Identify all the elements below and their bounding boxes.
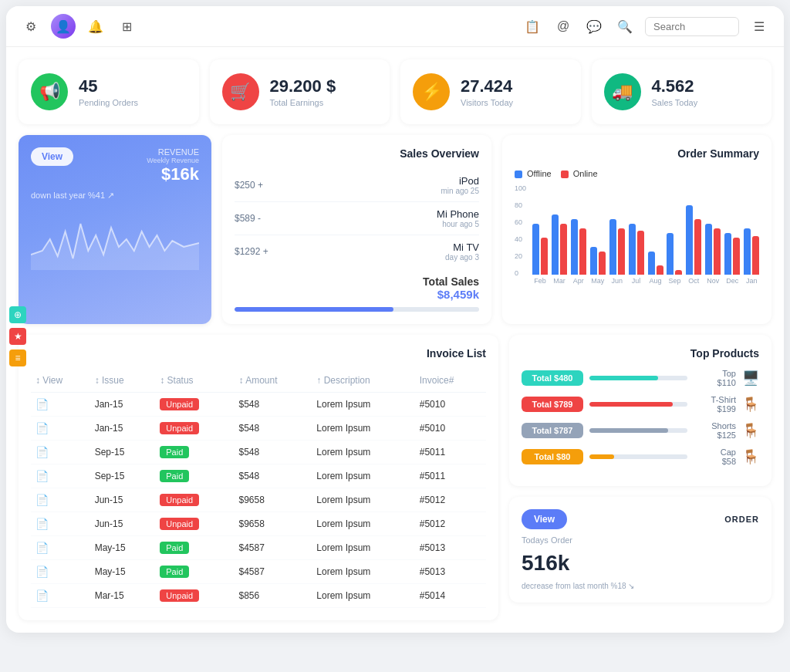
row-amount: $548 xyxy=(234,393,312,417)
revenue-view-button[interactable]: View xyxy=(31,147,73,166)
row-description: Lorem Ipsum xyxy=(312,488,414,512)
mention-icon[interactable]: @ xyxy=(552,15,574,37)
bar-group xyxy=(686,205,701,275)
y-label-60: 60 xyxy=(515,218,526,226)
invoice-title: Invoice List xyxy=(31,347,486,360)
product-badge-1: Total $789 xyxy=(522,397,583,412)
sales-item-0: $250 + iPod min ago 25 xyxy=(235,169,479,202)
legend-offline-dot xyxy=(515,171,522,178)
sales-price-0: $250 + xyxy=(235,180,263,191)
product-bar-1 xyxy=(589,402,673,407)
legend-online-dot xyxy=(561,171,569,178)
row-amount: $548 xyxy=(234,441,312,464)
total-sales-label: Total Sales xyxy=(235,275,479,288)
search-icon[interactable]: 🔍 xyxy=(614,15,636,37)
total-sales: Total Sales $8,459k xyxy=(235,275,479,312)
table-row: 📄 May-15 Paid $4587 Lorem Ipsum #5013 xyxy=(31,560,486,584)
product-bar-container-0 xyxy=(589,376,687,380)
order-trend: decrease from last month %18 ↘ xyxy=(522,582,759,590)
bars-container xyxy=(532,184,759,275)
sales-name-0: iPod xyxy=(441,175,479,187)
avatar[interactable]: 👤 xyxy=(51,14,76,39)
bar-red xyxy=(637,231,644,275)
row-doc-icon: 📄 xyxy=(31,536,90,560)
visitors-today-info: 27.424 Visitors Today xyxy=(461,76,513,107)
row-amount: $4587 xyxy=(234,560,312,584)
bar-chart: 100 80 60 40 20 0 FebMarAprMayJunJulAugS… xyxy=(515,184,759,285)
settings-icon[interactable]: ⚙ xyxy=(20,15,42,37)
row-status: Unpaid xyxy=(155,488,234,512)
row-issue: May-15 xyxy=(90,536,156,560)
row-status: Unpaid xyxy=(155,584,234,608)
pending-orders-icon: 📢 xyxy=(31,73,68,110)
row-invoice: #5011 xyxy=(415,441,486,464)
row-description: Lorem Ipsum xyxy=(312,417,414,441)
search-input[interactable] xyxy=(653,21,731,32)
product-item-2: Total $787 Shorts$125 🪑 xyxy=(522,421,759,440)
sales-time-1: hour ago 5 xyxy=(437,220,479,228)
bar-blue xyxy=(629,224,636,275)
row-doc-icon: 📄 xyxy=(31,560,90,584)
table-row: 📄 Sep-15 Paid $548 Lorem Ipsum #5011 xyxy=(31,441,486,464)
product-item-3: Total $80 Cap$58 🪑 xyxy=(522,447,759,466)
bar-blue xyxy=(667,233,674,275)
main-content: 📢 45 Pending Orders 🛒 29.200 $ Total Ear… xyxy=(6,47,784,633)
row-issue: Mar-15 xyxy=(90,584,156,608)
notification-icon[interactable]: 🔔 xyxy=(85,15,106,37)
product-bar-0 xyxy=(589,376,658,380)
legend-online: Online xyxy=(561,169,598,178)
side-icon-menu[interactable]: ≡ xyxy=(9,350,26,366)
total-sales-progress xyxy=(235,307,479,312)
row-amount: $548 xyxy=(234,417,312,441)
clipboard-icon[interactable]: 📋 xyxy=(522,15,543,37)
row-status: Unpaid xyxy=(155,512,234,536)
invoice-table: ↕ View ↕ Issue ↕ Status ↕ Amount ↑ Descr… xyxy=(31,369,486,608)
order-sub-label: Todays Order xyxy=(522,535,759,545)
row-description: Lorem Ipsum xyxy=(312,512,414,536)
bar-group xyxy=(705,224,721,275)
row-description: Lorem Ipsum xyxy=(312,584,414,608)
side-icon-star[interactable]: ★ xyxy=(9,328,26,345)
product-icon-0: 🖥️ xyxy=(742,370,759,387)
table-row: 📄 Sep-15 Paid $548 Lorem Ipsum #5011 xyxy=(31,464,486,488)
side-icon-add[interactable]: ⊕ xyxy=(9,306,26,323)
row-issue: Jan-15 xyxy=(90,417,156,441)
sales-item-1: $589 - Mi Phone hour ago 5 xyxy=(235,202,479,235)
bar-blue xyxy=(609,219,616,275)
revenue-trend: down last year %41 ↗ xyxy=(31,191,199,201)
bar-label-Jun: Jun xyxy=(609,277,625,285)
bar-group xyxy=(629,224,644,275)
bars-area: FebMarAprMayJunJulAugSepOctNovDecJan xyxy=(532,184,759,285)
visitors-today-value: 27.424 xyxy=(461,76,513,96)
menu-icon[interactable]: ☰ xyxy=(748,15,770,37)
product-badge-3: Total $80 xyxy=(522,449,583,464)
bar-label-Nov: Nov xyxy=(705,277,721,285)
row-doc-icon: 📄 xyxy=(31,464,90,488)
row-doc-icon: 📄 xyxy=(31,584,90,608)
chat-icon[interactable]: 💬 xyxy=(583,15,605,37)
header-right: 📋 @ 💬 🔍 ☰ xyxy=(522,15,770,37)
row-invoice: #5012 xyxy=(415,512,486,536)
sales-name-1: Mi Phone xyxy=(437,208,479,220)
y-axis: 100 80 60 40 20 0 xyxy=(515,184,529,277)
product-bar-container-3 xyxy=(589,454,687,459)
bar-red xyxy=(694,219,701,275)
product-name-3: Cap$58 xyxy=(694,447,736,466)
row-amount: $9658 xyxy=(234,488,312,512)
bar-label-Apr: Apr xyxy=(571,277,586,285)
top-products-title: Top Products xyxy=(522,347,759,360)
bar-group xyxy=(532,224,548,275)
row-status: Paid xyxy=(155,464,234,488)
expand-icon[interactable]: ⊞ xyxy=(116,15,137,37)
sales-price-2: $1292 + xyxy=(235,246,268,257)
bar-red xyxy=(560,224,567,275)
order-view-button[interactable]: View xyxy=(522,509,567,529)
visitors-today-label: Visitors Today xyxy=(461,98,513,107)
bar-red xyxy=(599,252,606,275)
search-box[interactable] xyxy=(645,17,739,36)
row-description: Lorem Ipsum xyxy=(312,464,414,488)
bar-red xyxy=(675,270,682,275)
top-products-card: Top Products Total $480 Top$110 🖥️ Total… xyxy=(509,335,771,486)
bar-blue xyxy=(571,219,578,275)
bar-blue xyxy=(552,214,559,275)
